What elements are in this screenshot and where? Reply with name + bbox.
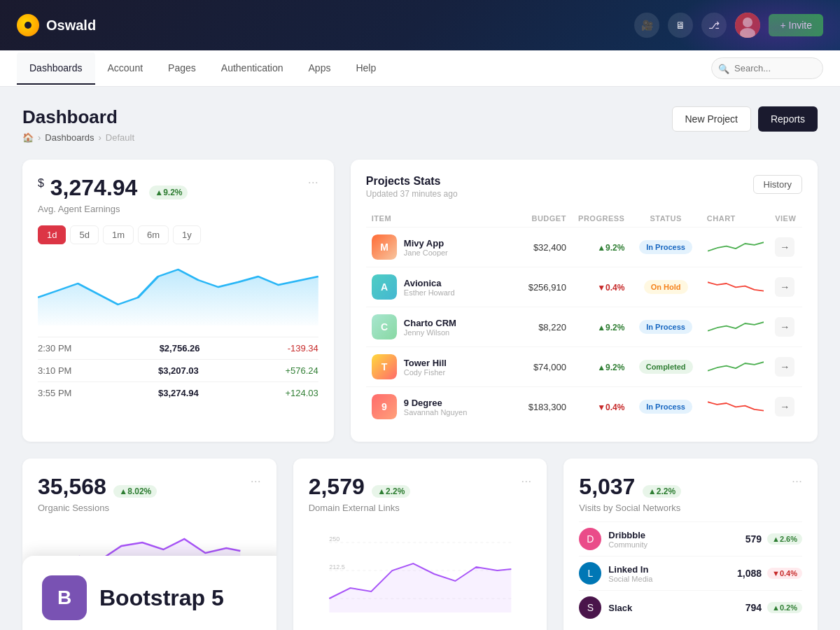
proj-view-btn[interactable]: → <box>775 277 794 297</box>
svg-text:A: A <box>381 281 388 293</box>
filter-5d[interactable]: 5d <box>70 225 98 244</box>
filter-6m[interactable]: 6m <box>138 225 169 244</box>
proj-progress: ▼0.4% <box>572 387 631 427</box>
filter-1d[interactable]: 1d <box>38 225 66 244</box>
external-more-icon[interactable]: ··· <box>521 474 531 489</box>
proj-chart <box>701 307 769 347</box>
projects-header: Projects Stats Updated 37 minutes ago Hi… <box>366 175 802 199</box>
social-icon: D <box>579 528 601 550</box>
page-heading: Dashboard 🏠 › Dashboards › Default <box>22 106 134 143</box>
topbar-right: 🎥 🖥 ⎇ + Invite <box>634 13 823 38</box>
stat-amount-2: $3,207.03 <box>158 365 199 376</box>
earnings-amount-row: $ 3,274.94 ▲9.2% <box>38 175 188 201</box>
stat-row-3: 3:55 PM $3,274.94 +124.03 <box>38 382 318 404</box>
external-amount-row: 2,579 ▲2.2% <box>309 474 411 500</box>
reports-button[interactable]: Reports <box>758 106 818 132</box>
avatar[interactable] <box>735 13 760 38</box>
social-left: D Dribbble Community <box>579 528 648 550</box>
earnings-amount: $ 3,274.94 <box>38 175 144 200</box>
organic-more-icon[interactable]: ··· <box>251 474 261 489</box>
bottom-grid: 35,568 ▲8.02% Organic Sessions ··· Canad… <box>22 458 818 630</box>
bootstrap-overlay: B Bootstrap 5 <box>22 556 276 630</box>
logo-area: Oswald <box>17 14 634 36</box>
social-icon: L <box>579 562 601 584</box>
organic-header: 35,568 ▲8.02% Organic Sessions ··· <box>38 474 261 513</box>
social-value: 794 <box>746 602 762 613</box>
social-info: 5,037 ▲2.2% Visits by Social Networks <box>579 474 681 513</box>
history-button[interactable]: History <box>753 175 802 194</box>
organic-amount: 35,568 <box>38 474 106 499</box>
social-name: Slack <box>608 603 632 613</box>
bootstrap-label: Bootstrap 5 <box>99 585 224 611</box>
proj-status: In Process <box>630 307 701 347</box>
col-header-item: ITEM <box>366 210 508 227</box>
invite-button[interactable]: + Invite <box>769 14 823 36</box>
svg-text:C: C <box>381 321 388 332</box>
social-value: 579 <box>746 533 762 545</box>
proj-view-btn[interactable]: → <box>775 317 794 337</box>
proj-view: → <box>769 307 802 347</box>
proj-chart <box>701 227 769 267</box>
projects-title: Projects Stats <box>366 175 458 188</box>
svg-text:9: 9 <box>382 401 387 412</box>
new-project-button[interactable]: New Project <box>672 106 751 132</box>
col-header-progress: PROGRESS <box>572 210 631 227</box>
proj-view-btn[interactable]: → <box>775 237 794 257</box>
logo-icon <box>17 14 39 36</box>
stat-change-1: -139.34 <box>288 343 318 354</box>
page-actions: New Project Reports <box>672 106 818 132</box>
social-more-icon[interactable]: ··· <box>792 474 802 489</box>
share-icon-btn[interactable]: ⎇ <box>701 13 727 38</box>
topbar: Oswald 🎥 🖥 ⎇ + Invite <box>0 0 840 50</box>
svg-text:250: 250 <box>329 536 340 542</box>
camera-icon-btn[interactable]: 🎥 <box>634 13 659 38</box>
proj-item-cell: M Mivy App Jane Cooper <box>366 227 508 267</box>
proj-item-cell: A Avionica Esther Howard <box>366 267 508 307</box>
nav-help[interactable]: Help <box>343 52 388 85</box>
projects-card: Projects Stats Updated 37 minutes ago Hi… <box>351 160 818 442</box>
social-left: S Slack <box>579 596 632 619</box>
social-items: D Dribbble Community 579 ▲2.6% L Linked … <box>579 522 802 624</box>
table-row: A Avionica Esther Howard $256,910 ▼0.4% … <box>366 267 802 307</box>
page-title: Dashboard <box>22 106 134 128</box>
nav-pages[interactable]: Pages <box>155 52 209 85</box>
nav-account[interactable]: Account <box>95 52 156 85</box>
proj-view: → <box>769 227 802 267</box>
organic-info: 35,568 ▲8.02% Organic Sessions <box>38 474 157 513</box>
filter-1y[interactable]: 1y <box>173 225 201 244</box>
proj-view-btn[interactable]: → <box>775 357 794 377</box>
organic-label: Organic Sessions <box>38 503 157 513</box>
col-header-status: STATUS <box>630 210 701 227</box>
nav-dashboards[interactable]: Dashboards <box>17 52 95 85</box>
external-header: 2,579 ▲2.2% Domain External Links ··· <box>309 474 532 513</box>
filter-1m[interactable]: 1m <box>103 225 134 244</box>
proj-chart <box>701 387 769 427</box>
nav-authentication[interactable]: Authentication <box>209 52 296 85</box>
main-grid: $ 3,274.94 ▲9.2% Avg. Agent Earnings ···… <box>22 160 818 442</box>
social-item: S Slack 794 ▲0.2% <box>579 590 802 624</box>
external-chart: 250 212.5 <box>309 522 532 612</box>
social-value: 1,088 <box>737 568 762 579</box>
monitor-icon-btn[interactable]: 🖥 <box>668 13 693 38</box>
page-content: Dashboard 🏠 › Dashboards › Default New P… <box>0 87 840 630</box>
monitor-icon: 🖥 <box>676 20 685 31</box>
organic-amount-row: 35,568 ▲8.02% <box>38 474 157 500</box>
proj-view: → <box>769 347 802 387</box>
proj-status: Completed <box>630 347 701 387</box>
external-badge: ▲2.2% <box>372 485 410 498</box>
social-label: Visits by Social Networks <box>579 503 681 513</box>
stat-amount-3: $3,274.94 <box>158 388 199 398</box>
earnings-badge: ▲9.2% <box>149 186 188 200</box>
social-left: L Linked In Social Media <box>579 562 652 584</box>
proj-view-btn[interactable]: → <box>775 397 794 416</box>
col-header-chart: CHART <box>701 210 769 227</box>
breadcrumb: 🏠 › Dashboards › Default <box>22 132 134 143</box>
col-header-budget: BUDGET <box>508 210 572 227</box>
nav-apps[interactable]: Apps <box>296 52 344 85</box>
svg-text:T: T <box>382 361 388 372</box>
proj-budget: $8,220 <box>508 307 572 347</box>
more-options-icon[interactable]: ··· <box>308 175 318 190</box>
breadcrumb-dashboards[interactable]: Dashboards <box>45 132 94 143</box>
social-type: Community <box>608 540 648 549</box>
proj-view: → <box>769 387 802 427</box>
